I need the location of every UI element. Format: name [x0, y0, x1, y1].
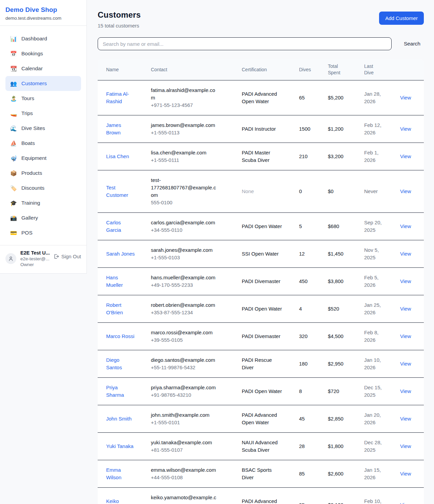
sidebar-item-customers[interactable]: 👥 Customers — [5, 76, 81, 91]
sidebar-item-products[interactable]: 📦 Products — [5, 166, 81, 181]
certification-cell: PADI Divemaster — [238, 268, 295, 295]
customer-last-dive: Feb 10, 2026 — [364, 498, 387, 504]
customer-name-link[interactable]: Keiko Yamamoto — [106, 498, 136, 504]
total-spent-cell: $3,800 — [324, 268, 360, 295]
contact-cell: hans.mueller@example.com +49-170-555-223… — [147, 268, 238, 295]
customer-name-link[interactable]: Diego Santos — [106, 356, 136, 371]
customer-certification: PADI Open Water — [242, 388, 282, 395]
customer-email: john.smith@example.com — [151, 411, 219, 419]
table-row: Keiko Yamamoto keiko.yamamoto@example.co… — [98, 488, 424, 504]
contact-cell: priya.sharma@example.com +91-98765-43210 — [147, 378, 238, 405]
customer-name-link[interactable]: Robert O'Brien — [106, 301, 136, 316]
table-row: Yuki Tanaka yuki.tanaka@example.com +81-… — [98, 433, 424, 460]
last-dive-cell: Jan 10, 2026 — [360, 350, 396, 378]
customer-phone: +34-555-0110 — [151, 226, 234, 234]
action-cell: View — [396, 143, 424, 170]
customer-name-link[interactable]: Lisa Chen — [106, 153, 129, 160]
customer-name-link[interactable]: Test Customer — [106, 184, 136, 199]
customer-total-spent: $0 — [328, 188, 334, 194]
sidebar-item-calendar[interactable]: 📆 Calendar — [5, 61, 81, 76]
view-link[interactable]: View — [400, 95, 411, 100]
view-link[interactable]: View — [400, 471, 411, 477]
customer-name-link[interactable]: James Brown — [106, 122, 136, 136]
view-link[interactable]: View — [400, 502, 411, 504]
sidebar-item-pos[interactable]: 💳 POS — [5, 225, 81, 240]
action-cell: View — [396, 295, 424, 323]
view-link[interactable]: View — [400, 153, 411, 159]
customer-dives: 4 — [299, 306, 302, 312]
sidebar-item-label: Discounts — [21, 185, 44, 191]
customer-certification: PADI Open Water — [242, 223, 282, 230]
action-cell: View — [396, 378, 424, 405]
customer-phone: +353-87-555-1234 — [151, 309, 234, 316]
sidebar-item-label: Bookings — [21, 51, 43, 57]
customer-total-spent: $2,850 — [328, 416, 343, 422]
last-dive-cell: Jan 25, 2026 — [360, 295, 396, 323]
sidebar-item-label: Gallery — [21, 215, 38, 221]
name-cell: Yuki Tanaka — [98, 433, 147, 460]
view-link[interactable]: View — [400, 333, 411, 339]
action-cell: View — [396, 460, 424, 488]
sidebar-item-gallery[interactable]: 📸 Gallery — [5, 210, 81, 225]
name-cell: Hans Mueller — [98, 268, 147, 295]
view-link[interactable]: View — [400, 188, 411, 194]
view-link[interactable]: View — [400, 126, 411, 132]
customer-name-link[interactable]: Hans Mueller — [106, 274, 136, 289]
user-email: e2e-tester@... — [20, 256, 49, 261]
view-link[interactable]: View — [400, 416, 411, 422]
certification-cell: BSAC Sports Diver — [238, 460, 295, 488]
customer-phone: +971-55-123-4567 — [151, 101, 234, 109]
view-link[interactable]: View — [400, 223, 411, 229]
certification-cell: None — [238, 170, 295, 213]
user-name: E2E Test U... — [20, 250, 49, 256]
customer-count: 15 total customers — [98, 23, 141, 29]
customer-name-link[interactable]: Emma Wilson — [106, 466, 136, 481]
page-title: Customers — [98, 10, 141, 20]
sidebar-item-boats[interactable]: ⛵ Boats — [5, 136, 81, 151]
customer-name-link[interactable]: Yuki Tanaka — [106, 443, 134, 450]
sidebar-item-bookings[interactable]: 📅 Bookings — [5, 46, 81, 61]
view-link[interactable]: View — [400, 388, 411, 394]
customer-email: priya.sharma@example.com — [151, 384, 219, 391]
customer-total-spent: $520 — [328, 306, 339, 312]
name-cell: Carlos Garcia — [98, 213, 147, 240]
last-dive-cell: Dec 28, 2025 — [360, 433, 396, 460]
name-cell: Keiko Yamamoto — [98, 488, 147, 504]
discounts-tag-icon: 🏷️ — [10, 185, 17, 191]
customer-total-spent: $1,800 — [328, 443, 343, 449]
sign-out-button[interactable]: Sign Out — [53, 254, 81, 259]
customer-name-link[interactable]: Fatima Al-Rashid — [106, 90, 136, 105]
customer-name-link[interactable]: Sarah Jones — [106, 250, 135, 258]
total-spent-cell: $1,200 — [324, 115, 360, 143]
search-input[interactable] — [98, 37, 392, 50]
contact-cell: fatima.alrashid@example.com +971-55-123-… — [147, 80, 238, 115]
sidebar-item-discounts[interactable]: 🏷️ Discounts — [5, 181, 81, 195]
total-spent-cell: $1,800 — [324, 433, 360, 460]
sidebar-item-label: Trips — [21, 110, 33, 116]
sidebar-item-tours[interactable]: 🏝️ Tours — [5, 91, 81, 106]
customer-certification: PADI Divemaster — [242, 333, 282, 340]
add-customer-button[interactable]: Add Customer — [379, 12, 424, 25]
view-link[interactable]: View — [400, 443, 411, 449]
customer-name-link[interactable]: Carlos Garcia — [106, 219, 136, 234]
sidebar-item-trips[interactable]: 🚤 Trips — [5, 106, 81, 121]
total-spent-cell: $4,500 — [324, 323, 360, 350]
column-header-name: Name — [98, 59, 147, 80]
customer-email: emma.wilson@example.com — [151, 466, 219, 474]
contact-cell: emma.wilson@example.com +44-555-0108 — [147, 460, 238, 488]
customer-name-link[interactable]: Marco Rossi — [106, 333, 134, 340]
search-button[interactable]: Search — [400, 38, 424, 50]
view-link[interactable]: View — [400, 251, 411, 257]
contact-cell: robert.obrien@example.com +353-87-555-12… — [147, 295, 238, 323]
view-link[interactable]: View — [400, 278, 411, 284]
name-cell: Fatima Al-Rashid — [98, 80, 147, 115]
customer-name-link[interactable]: Priya Sharma — [106, 384, 136, 399]
view-link[interactable]: View — [400, 361, 411, 367]
table-row: Priya Sharma priya.sharma@example.com +9… — [98, 378, 424, 405]
sidebar-item-equipment[interactable]: 🤿 Equipment — [5, 151, 81, 166]
sidebar-item-dashboard[interactable]: 📊 Dashboard — [5, 31, 81, 46]
sidebar-item-training[interactable]: 🎓 Training — [5, 195, 81, 210]
view-link[interactable]: View — [400, 306, 411, 312]
customer-name-link[interactable]: John Smith — [106, 415, 132, 423]
sidebar-item-dive-sites[interactable]: 🌊 Dive Sites — [5, 121, 81, 136]
